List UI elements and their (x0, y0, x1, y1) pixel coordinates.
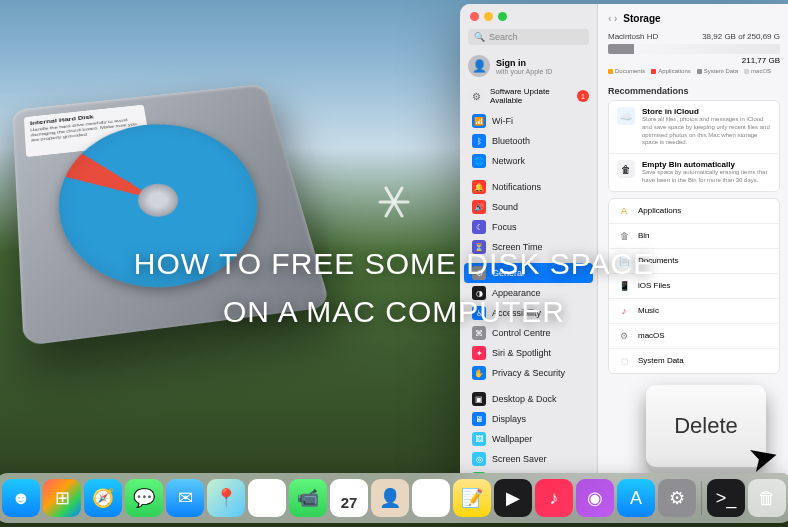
rec-icon: ☁️ (617, 107, 635, 125)
sidebar-item-accessibility[interactable]: ♿︎Accessibility (464, 303, 593, 323)
dock-calendar[interactable]: 27 (330, 479, 368, 517)
sidebar-item-focus[interactable]: ☾Focus (464, 217, 593, 237)
category-row-macos[interactable]: ⚙macOS (609, 324, 779, 349)
wi-fi-icon: 📶 (472, 114, 486, 128)
dock-mail[interactable]: ✉ (166, 479, 204, 517)
general-icon: ⚙ (472, 266, 486, 280)
focus-icon: ☾ (472, 220, 486, 234)
sidebar-list: 📶Wi-FiᛒBluetooth🌐Network🔔Notifications🔊S… (460, 109, 597, 482)
network-icon: 🌐 (472, 154, 486, 168)
legend-item: macOS (744, 68, 771, 74)
signin-row[interactable]: 👤 Sign in with your Apple ID (460, 49, 597, 83)
siri-spotlight-icon: ✦ (472, 346, 486, 360)
sidebar-item-label: Accessibility (492, 308, 541, 318)
sidebar-item-label: Siri & Spotlight (492, 348, 551, 358)
category-row-bin[interactable]: 🗑Bin (609, 224, 779, 249)
category-label: System Data (638, 356, 684, 365)
dock-photos[interactable]: ❀ (248, 479, 286, 517)
sidebar-item-label: Sound (492, 202, 518, 212)
dock-reminders[interactable]: ☰ (412, 479, 450, 517)
wallpaper-icon: 🖼 (472, 432, 486, 446)
drive-name: Macintosh HD (608, 32, 658, 41)
dock-facetime[interactable]: 📹 (289, 479, 327, 517)
search-input[interactable]: 🔍 Search (468, 29, 589, 45)
avatar: 👤 (468, 55, 490, 77)
category-row-ios-files[interactable]: 📱iOS Files (609, 274, 779, 299)
sidebar-item-notifications[interactable]: 🔔Notifications (464, 177, 593, 197)
rec-title: Empty Bin automatically (642, 160, 771, 169)
category-row-documents[interactable]: 📄Documents (609, 249, 779, 274)
close-button[interactable] (470, 12, 479, 21)
recommendation-row[interactable]: ☁️Store in iCloudStore all files, photos… (609, 101, 779, 154)
dock-messages[interactable]: 💬 (125, 479, 163, 517)
desktop-dock-icon: ▣ (472, 392, 486, 406)
sidebar-item-label: Wallpaper (492, 434, 532, 444)
podcasts-icon: ◉ (587, 487, 603, 509)
sidebar-item-label: General (492, 268, 524, 278)
trash-icon: 🗑 (758, 488, 776, 509)
dock-notes[interactable]: 📝 (453, 479, 491, 517)
reminders-icon: ☰ (423, 487, 439, 509)
sidebar-item-network[interactable]: 🌐Network (464, 151, 593, 171)
maximize-button[interactable] (498, 12, 507, 21)
sidebar-item-wallpaper[interactable]: 🖼Wallpaper (464, 429, 593, 449)
sidebar-item-general[interactable]: ⚙General (464, 263, 593, 283)
hetman-logo-icon (372, 180, 416, 224)
content-header: ‹ › Storage (598, 4, 788, 28)
dock-podcasts[interactable]: ◉ (576, 479, 614, 517)
sidebar-item-siri-spotlight[interactable]: ✦Siri & Spotlight (464, 343, 593, 363)
terminal-icon: >_ (716, 488, 737, 509)
sidebar-item-label: Screen Time (492, 242, 543, 252)
dock-maps[interactable]: 📍 (207, 479, 245, 517)
dock-finder[interactable]: ☻ (2, 479, 40, 517)
sidebar-item-wi-fi[interactable]: 📶Wi-Fi (464, 111, 593, 131)
forward-button[interactable]: › (614, 12, 618, 24)
sidebar-item-label: Screen Saver (492, 454, 547, 464)
rec-title: Store in iCloud (642, 107, 771, 116)
maps-icon: 📍 (215, 487, 237, 509)
sidebar-item-label: Desktop & Dock (492, 394, 557, 404)
dock-settings[interactable]: ⚙ (658, 479, 696, 517)
category-label: Bin (638, 231, 650, 240)
sidebar-item-bluetooth[interactable]: ᛒBluetooth (464, 131, 593, 151)
category-icon: 🗑 (617, 229, 631, 243)
sidebar-item-privacy-security[interactable]: ✋Privacy & Security (464, 363, 593, 383)
privacy-security-icon: ✋ (472, 366, 486, 380)
sidebar-item-screen-saver[interactable]: ◎Screen Saver (464, 449, 593, 469)
dock-music[interactable]: ♪ (535, 479, 573, 517)
software-update-row[interactable]: ⚙ Software Update Available 1 (460, 83, 597, 109)
screen-saver-icon: ◎ (472, 452, 486, 466)
dock-terminal[interactable]: >_ (707, 479, 745, 517)
dock-contacts[interactable]: 👤 (371, 479, 409, 517)
dock-app-store[interactable]: A (617, 479, 655, 517)
rec-icon: 🗑 (617, 160, 635, 178)
category-row-applications[interactable]: AApplications (609, 199, 779, 224)
sidebar-item-control-centre[interactable]: ⌘Control Centre (464, 323, 593, 343)
signin-title: Sign in (496, 58, 552, 68)
dock-safari[interactable]: 🧭 (84, 479, 122, 517)
category-row-music[interactable]: ♪Music (609, 299, 779, 324)
window-controls (460, 4, 597, 25)
sidebar-item-appearance[interactable]: ◑Appearance (464, 283, 593, 303)
sidebar-item-label: Displays (492, 414, 526, 424)
dock-trash[interactable]: 🗑 (748, 479, 786, 517)
category-icon: ♪ (617, 304, 631, 318)
category-row-system-data[interactable]: ◻System Data (609, 349, 779, 373)
legend-item: Documents (608, 68, 645, 74)
dock-tv[interactable]: ▶ (494, 479, 532, 517)
search-icon: 🔍 (474, 32, 485, 42)
gear-icon: ⚙ (468, 88, 484, 104)
notifications-icon: 🔔 (472, 180, 486, 194)
sidebar-item-screen-time[interactable]: ⏳Screen Time (464, 237, 593, 257)
recommendation-row[interactable]: 🗑Empty Bin automaticallySave space by au… (609, 154, 779, 191)
minimize-button[interactable] (484, 12, 493, 21)
displays-icon: 🖥 (472, 412, 486, 426)
sidebar-item-sound[interactable]: 🔊Sound (464, 197, 593, 217)
sidebar-item-desktop-dock[interactable]: ▣Desktop & Dock (464, 389, 593, 409)
sidebar-item-label: Network (492, 156, 525, 166)
dock-launchpad[interactable]: ⊞ (43, 479, 81, 517)
sidebar-item-label: Wi-Fi (492, 116, 513, 126)
delete-key-label: Delete (674, 413, 738, 439)
back-button[interactable]: ‹ (608, 12, 612, 24)
sidebar-item-displays[interactable]: 🖥Displays (464, 409, 593, 429)
